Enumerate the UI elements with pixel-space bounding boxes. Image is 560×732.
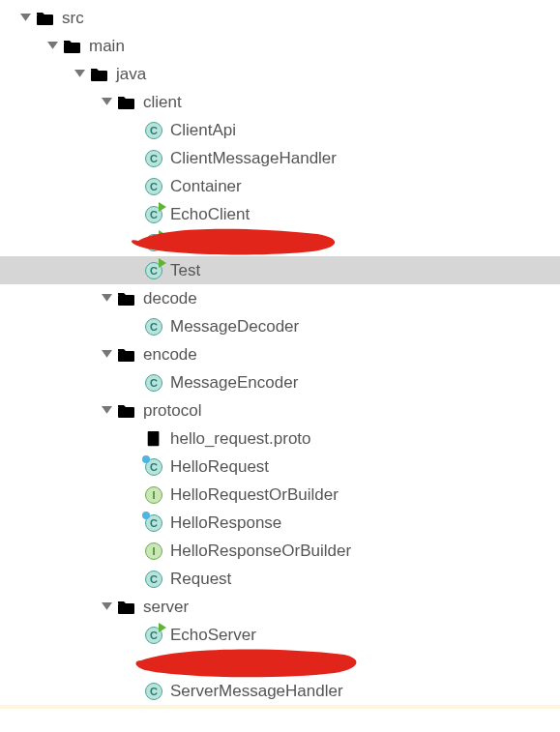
package-icon — [116, 288, 137, 309]
interface-icon: I — [143, 484, 164, 506]
tree-interface-helloresponseorbuilder[interactable]: I HelloResponseOrBuilder — [0, 537, 560, 565]
tree-label: java — [116, 65, 146, 84]
tree-label: ServerMessageHandler — [170, 682, 343, 701]
generated-class-icon: C — [143, 512, 164, 534]
tree-label: Test — [170, 261, 200, 280]
runnable-class-icon: C — [143, 625, 164, 646]
tree-label: EchoServer — [170, 626, 256, 645]
tree-label: protocol — [143, 401, 201, 421]
tree-class-echoclient[interactable]: C EchoClient — [0, 200, 560, 228]
tree-class-clientmessagehandler[interactable]: C ClientMessageHandler — [0, 144, 560, 172]
tree-class-helloresponse[interactable]: C HelloResponse — [0, 509, 560, 537]
tree-package-server[interactable]: server — [0, 593, 560, 621]
runnable-class-icon: C — [143, 232, 164, 253]
tree-folder-java[interactable]: java — [0, 60, 560, 88]
tree-class-messageencoder[interactable]: C MessageEncoder — [0, 368, 560, 396]
generated-class-icon: C — [143, 456, 164, 478]
expand-arrow-icon[interactable] — [70, 65, 89, 84]
runnable-class-icon: C — [143, 260, 164, 281]
tree-label: src — [62, 9, 84, 28]
tree-folder-main[interactable]: main — [0, 32, 560, 60]
tree-package-protocol[interactable]: protocol — [0, 396, 560, 425]
runnable-class-icon: C — [143, 204, 164, 225]
file-icon — [143, 428, 164, 450]
tree-label: MessageEncoder — [170, 373, 298, 393]
tree-label: server — [143, 598, 189, 617]
tree-label: ClientApi — [170, 121, 236, 140]
tree-label: decode — [143, 289, 197, 308]
tree-package-encode[interactable]: encode — [0, 340, 560, 368]
tree-package-decode[interactable]: decode — [0, 284, 560, 312]
tree-class-container[interactable]: C Container — [0, 172, 560, 200]
class-icon: C — [143, 176, 164, 197]
tree-class-clientapi[interactable]: C ClientApi — [0, 116, 560, 144]
project-tree[interactable]: src main java client C ClientApi C Clien… — [0, 0, 560, 705]
package-icon — [116, 597, 137, 618]
expand-arrow-icon[interactable] — [97, 401, 116, 421]
tree-item-redacted[interactable]: C — [0, 649, 560, 677]
tree-label: Request — [170, 570, 231, 589]
tree-label: HelloResponseOrBuilder — [170, 542, 351, 561]
class-icon: C — [143, 569, 164, 590]
tree-label: Container — [170, 177, 242, 196]
interface-icon: I — [143, 541, 164, 562]
class-icon: C — [143, 681, 164, 702]
class-icon: C — [143, 372, 164, 394]
tree-label: hello_request.proto — [170, 429, 311, 449]
tree-item-redacted[interactable]: C — [0, 228, 560, 256]
tree-file-hello-request-proto[interactable]: hello_request.proto — [0, 425, 560, 453]
tree-class-messagedecoder[interactable]: C MessageDecoder — [0, 312, 560, 340]
bottom-strip — [0, 705, 560, 709]
tree-label: ClientMessageHandler — [170, 149, 337, 168]
package-icon — [116, 400, 137, 422]
tree-class-servermessagehandler[interactable]: C ServerMessageHandler — [0, 677, 560, 705]
tree-label: HelloRequest — [170, 457, 269, 477]
expand-arrow-icon[interactable] — [97, 598, 116, 617]
tree-class-request[interactable]: C Request — [0, 565, 560, 593]
tree-class-hellorequest[interactable]: C HelloRequest — [0, 453, 560, 481]
tree-class-echoserver[interactable]: C EchoServer — [0, 621, 560, 649]
expand-arrow-icon[interactable] — [97, 345, 116, 365]
tree-label: HelloResponse — [170, 513, 281, 533]
tree-class-test[interactable]: C Test — [0, 256, 560, 284]
class-icon: C — [143, 148, 164, 169]
tree-label: encode — [143, 345, 197, 365]
package-icon — [116, 92, 137, 113]
expand-arrow-icon[interactable] — [97, 93, 116, 112]
folder-icon — [62, 36, 83, 57]
package-icon — [116, 344, 137, 366]
folder-icon — [35, 8, 56, 29]
tree-label: client — [143, 93, 182, 112]
tree-interface-hellorequestorbuilder[interactable]: I HelloRequestOrBuilder — [0, 481, 560, 509]
tree-label: EchoClient — [170, 205, 250, 224]
expand-arrow-icon[interactable] — [43, 37, 62, 56]
tree-label: MessageDecoder — [170, 317, 299, 337]
class-icon: C — [143, 653, 164, 674]
class-icon: C — [143, 120, 164, 141]
source-folder-icon — [89, 64, 110, 85]
tree-label: main — [89, 37, 125, 56]
expand-arrow-icon[interactable] — [15, 9, 35, 28]
class-icon: C — [143, 316, 164, 337]
tree-label: HelloRequestOrBuilder — [170, 485, 339, 505]
tree-package-client[interactable]: client — [0, 88, 560, 116]
tree-folder-src[interactable]: src — [0, 4, 560, 32]
expand-arrow-icon[interactable] — [97, 289, 116, 308]
